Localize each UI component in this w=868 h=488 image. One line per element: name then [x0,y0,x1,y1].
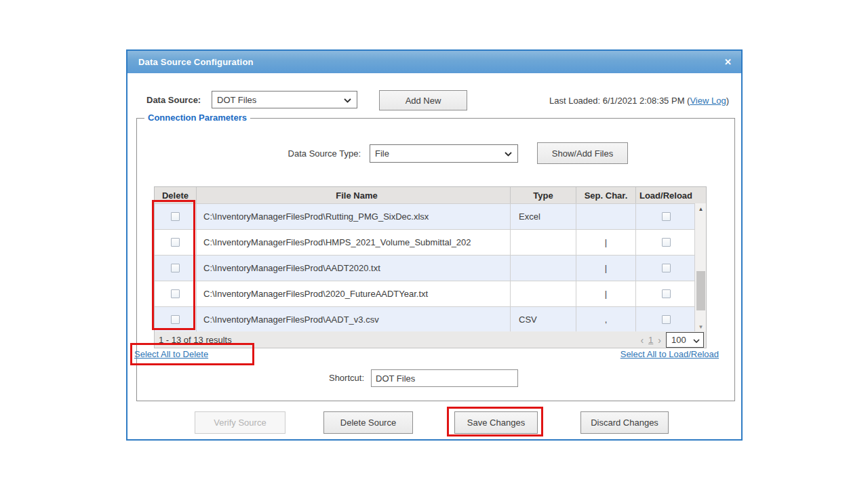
last-loaded-prefix: Last Loaded: 6/1/2021 2:08:35 PM ( [549,96,690,106]
load-reload-checkbox[interactable] [662,315,671,324]
view-log-link[interactable]: View Log [690,96,726,106]
select-all-to-load-reload-link[interactable]: Select All to Load/Reload [620,349,719,359]
screen: Data Source Configuration ✕ Data Source:… [0,0,868,488]
delete-checkbox[interactable] [171,289,180,298]
delete-checkbox[interactable] [171,238,180,247]
page-size-dropdown[interactable]: 100 [666,332,704,348]
load-reload-checkbox[interactable] [662,212,671,221]
sep-char-cell: , [576,306,636,332]
files-table: Delete File Name Type Sep. Char. Load/Re… [154,186,707,331]
data-source-dropdown-value: DOT Files [217,95,256,105]
column-header-delete: Delete [155,187,197,203]
next-page-icon[interactable]: › [658,335,661,346]
sep-char-cell [576,203,636,229]
verify-source-button: Verify Source [195,411,285,434]
load-reload-cell [636,229,696,255]
load-reload-cell [636,203,696,229]
discard-changes-button[interactable]: Discard Changes [580,411,669,434]
delete-source-button[interactable]: Delete Source [323,411,413,434]
last-loaded-text: Last Loaded: 6/1/2021 2:08:35 PM (View L… [549,96,729,106]
table-scrollbar[interactable]: ▲ ▼ [694,203,706,332]
table-row: C:\InventoryManagerFilesProd\2020_Future… [155,281,706,306]
connection-parameters-legend: Connection Parameters [144,113,250,123]
delete-cell [155,255,197,281]
load-reload-checkbox[interactable] [662,264,671,272]
type-cell: CSV [511,306,576,332]
file-name-cell: C:\InventoryManagerFilesProd\2020_Future… [197,281,511,306]
delete-cell [155,281,197,306]
table-row: C:\InventoryManagerFilesProd\AADT_v3.csv… [155,306,706,332]
sep-char-cell: | [576,229,636,255]
select-all-to-delete-link[interactable]: Select All to Delete [134,349,208,359]
chevron-down-icon [505,148,512,159]
save-changes-button[interactable]: Save Changes [454,411,538,434]
files-table-header: Delete File Name Type Sep. Char. Load/Re… [155,187,706,203]
chevron-down-icon [344,95,351,105]
results-count: 1 - 13 of 13 results [155,335,232,345]
pager: ‹ 1 › [640,331,661,348]
pagination-bar: 1 - 13 of 13 results ‹ 1 › 100 [154,331,707,348]
load-reload-checkbox[interactable] [662,238,671,247]
delete-cell [155,203,197,229]
page-number[interactable]: 1 [648,335,653,345]
sep-char-cell: | [576,281,636,306]
table-row: C:\InventoryManagerFilesProd\HMPS_2021_V… [155,229,706,255]
dialog-titlebar: Data Source Configuration ✕ [127,51,741,73]
add-new-button[interactable]: Add New [379,90,467,110]
dialog-title: Data Source Configuration [138,57,254,67]
data-source-type-dropdown[interactable]: File [370,144,518,163]
show-add-files-button[interactable]: Show/Add Files [537,142,628,164]
sep-char-cell: | [576,255,636,281]
data-source-type-value: File [375,148,389,159]
delete-checkbox[interactable] [171,264,180,272]
file-name-cell: C:\InventoryManagerFilesProd\HMPS_2021_V… [197,229,511,255]
table-row: C:\InventoryManagerFilesProd\AADT2020.tx… [155,255,706,281]
load-reload-cell [636,255,696,281]
column-header-file-name: File Name [197,187,511,203]
load-reload-cell [636,306,696,332]
data-source-label: Data Source: [146,95,201,105]
scrollbar-thumb[interactable] [696,271,705,310]
load-reload-cell [636,281,696,306]
column-header-load-reload: Load/Reload [636,187,696,203]
load-reload-checkbox[interactable] [662,289,671,298]
type-cell [511,281,576,306]
close-icon[interactable]: ✕ [724,58,732,66]
file-name-cell: C:\InventoryManagerFilesProd\Rutting_PMG… [197,203,511,229]
page-size-value: 100 [671,335,686,345]
scroll-up-icon[interactable]: ▲ [695,203,707,214]
type-cell [511,229,576,255]
data-source-dropdown[interactable]: DOT Files [212,91,357,108]
data-source-type-label: Data Source Type: [250,148,361,159]
chevron-down-icon [693,335,700,345]
last-loaded-suffix: ) [726,96,729,106]
type-cell: Excel [511,203,576,229]
shortcut-input[interactable]: DOT Files [371,369,518,387]
delete-cell [155,229,197,255]
column-header-type: Type [511,187,576,203]
data-source-configuration-dialog: Data Source Configuration ✕ Data Source:… [126,49,743,441]
column-header-sep-char: Sep. Char. [576,187,636,203]
delete-checkbox[interactable] [171,315,180,324]
scroll-down-icon[interactable]: ▼ [695,321,707,332]
delete-checkbox[interactable] [171,212,180,221]
file-name-cell: C:\InventoryManagerFilesProd\AADT2020.tx… [197,255,511,281]
delete-cell [155,306,197,332]
table-row: C:\InventoryManagerFilesProd\Rutting_PMG… [155,203,706,229]
file-name-cell: C:\InventoryManagerFilesProd\AADT_v3.csv [197,306,511,332]
type-cell [511,255,576,281]
prev-page-icon[interactable]: ‹ [640,335,644,346]
shortcut-label: Shortcut: [263,373,364,383]
